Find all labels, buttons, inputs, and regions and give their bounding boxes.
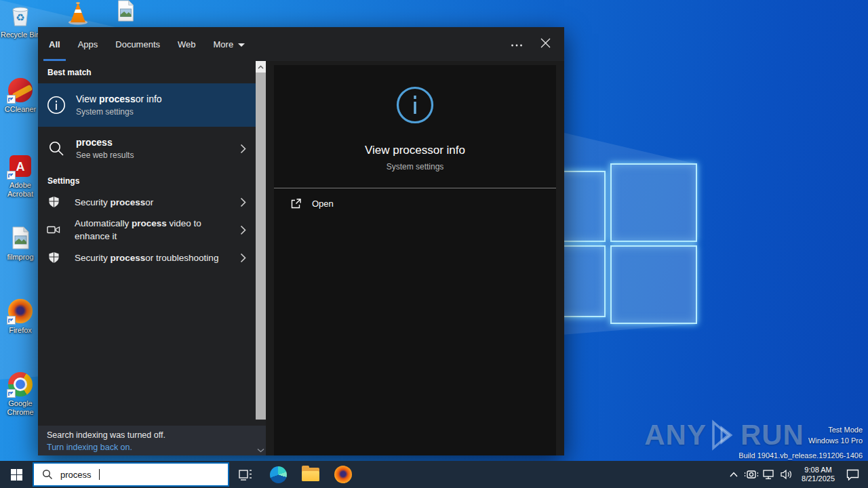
system-tray: 9:08 AM 8/21/2025 — [725, 461, 868, 488]
desktop-icon-label: filmprog — [7, 253, 33, 262]
open-icon — [290, 198, 302, 209]
chevron-down-icon — [238, 43, 245, 47]
speaker-icon — [780, 469, 793, 480]
scrollbar-down-button[interactable] — [256, 448, 266, 453]
text-cursor — [99, 469, 100, 480]
ccleaner-icon — [7, 77, 33, 103]
camera-icon — [745, 469, 758, 480]
network-tray-button[interactable] — [760, 461, 778, 488]
notification-icon — [846, 469, 859, 481]
setting-security-processor-troubleshooting[interactable]: Security processor troubleshooting — [38, 245, 256, 270]
indexing-link[interactable]: Turn indexing back on. — [47, 442, 132, 453]
results-scrollbar[interactable] — [256, 61, 266, 455]
shortcut-arrow-icon — [7, 316, 16, 325]
desktop-icon-recycle-bin[interactable]: ♻ Recycle Bin — [0, 3, 42, 39]
image-file-icon — [7, 225, 33, 251]
desktop-icon-label: Adobe Acrobat — [0, 181, 42, 199]
desktop-icon-label: Google Chrome — [0, 399, 42, 417]
scrollbar-up-button[interactable] — [256, 61, 266, 73]
chevron-right-icon[interactable] — [240, 253, 246, 263]
setting-process-video[interactable]: Automatically process video to enhance i… — [38, 214, 256, 245]
tab-apps[interactable]: Apps — [78, 39, 98, 49]
show-hidden-icons-button[interactable] — [725, 461, 743, 488]
tab-more[interactable]: More — [214, 39, 245, 49]
start-button[interactable] — [0, 461, 33, 488]
task-view-icon — [239, 468, 252, 481]
setting-security-processor[interactable]: Security processor — [38, 190, 256, 214]
result-view-processor-info[interactable]: View processor info System settings — [38, 83, 256, 127]
desktop-icon-adobe-acrobat[interactable]: A Adobe Acrobat — [0, 153, 42, 199]
desktop-icon-filmprog[interactable]: filmprog — [0, 225, 42, 262]
anyrun-brand-run: RUN — [741, 420, 804, 450]
indexing-footer: Search indexing was turned off. Turn ind… — [38, 426, 266, 455]
setting-label: Automatically process video to enhance i… — [75, 217, 226, 243]
chrome-icon — [7, 371, 33, 397]
desktop-icon-firefox[interactable]: Firefox — [0, 298, 42, 335]
taskbar: process — [0, 461, 868, 488]
shield-icon — [45, 196, 62, 208]
close-button[interactable] — [540, 38, 551, 51]
result-web-search[interactable]: process See web results — [38, 132, 256, 165]
shield-icon — [45, 251, 62, 264]
chevron-right-icon[interactable] — [240, 144, 246, 154]
desktop-icon-google-chrome[interactable]: Google Chrome — [0, 371, 42, 417]
search-results-list: Best match View processor info System se… — [38, 61, 266, 455]
info-circle-icon — [45, 96, 68, 115]
edge-taskbar-button[interactable] — [262, 461, 294, 488]
tab-web[interactable]: Web — [178, 39, 196, 49]
build-label: Build 19041.vb_release.191206-1406 — [644, 451, 863, 460]
recycle-bin-icon: ♻ — [7, 3, 33, 28]
open-action[interactable]: Open — [274, 188, 556, 218]
setting-label: Security processor troubleshooting — [75, 251, 218, 264]
action-center-button[interactable] — [841, 461, 864, 488]
tab-documents[interactable]: Documents — [115, 39, 160, 49]
anyrun-brand-any: ANY — [644, 420, 707, 450]
setting-label: Security processor — [75, 196, 153, 209]
firefox-taskbar-button[interactable] — [327, 461, 359, 488]
more-options-button[interactable] — [511, 38, 523, 50]
clock-date: 8/21/2025 — [802, 474, 835, 483]
screen-recorder-tray-button[interactable] — [743, 461, 760, 488]
taskbar-clock[interactable]: 9:08 AM 8/21/2025 — [802, 466, 835, 483]
edge-icon — [270, 466, 287, 483]
anyrun-watermark: ANY RUN Test Mode Windows 10 Pro Build 1… — [644, 420, 863, 460]
network-icon — [763, 469, 775, 480]
indexing-message: Search indexing was turned off. — [47, 430, 266, 441]
desktop-icon-vlc[interactable] — [56, 0, 100, 26]
shortcut-arrow-icon — [7, 389, 16, 398]
info-circle-icon-large — [395, 85, 435, 125]
vlc-cone-icon — [65, 0, 91, 26]
tab-all[interactable]: All — [49, 39, 60, 49]
anyrun-play-icon — [708, 420, 739, 451]
desktop-icon-label: Recycle Bin — [1, 30, 40, 39]
clock-time: 9:08 AM — [802, 466, 835, 474]
desktop-icon-ccleaner[interactable]: CCleaner — [0, 77, 42, 114]
firefox-icon — [334, 466, 352, 483]
adobe-acrobat-icon: A — [7, 153, 33, 179]
result-title: View processor info — [76, 94, 162, 105]
file-explorer-taskbar-button[interactable] — [294, 461, 327, 488]
task-view-button[interactable] — [229, 461, 262, 488]
taskbar-search-input[interactable]: process — [33, 462, 229, 487]
scrollbar-thumb[interactable] — [256, 73, 266, 420]
search-input-value: process — [60, 470, 92, 480]
file-explorer-icon — [302, 468, 319, 481]
preview-title: View processor info — [365, 144, 465, 157]
preview-card: View processor info System settings Open — [274, 65, 556, 455]
result-subtitle: System settings — [76, 107, 162, 117]
preview-panel: View processor info System settings Open — [266, 61, 564, 455]
chevron-up-icon — [258, 65, 264, 69]
svg-text:A: A — [16, 160, 25, 174]
volume-tray-button[interactable] — [778, 461, 795, 488]
test-mode-label: Test Mode — [808, 424, 863, 435]
chevron-down-icon — [257, 448, 264, 453]
desktop-icon-image-file[interactable] — [104, 0, 147, 24]
best-match-header: Best match — [38, 68, 266, 77]
shortcut-arrow-icon — [7, 95, 16, 104]
chevron-right-icon[interactable] — [240, 225, 246, 235]
windows-logo-pane — [610, 245, 697, 324]
preview-subtitle: System settings — [387, 162, 444, 171]
chevron-up-icon — [730, 472, 738, 477]
chevron-right-icon[interactable] — [240, 197, 246, 207]
svg-text:♻: ♻ — [16, 12, 24, 24]
